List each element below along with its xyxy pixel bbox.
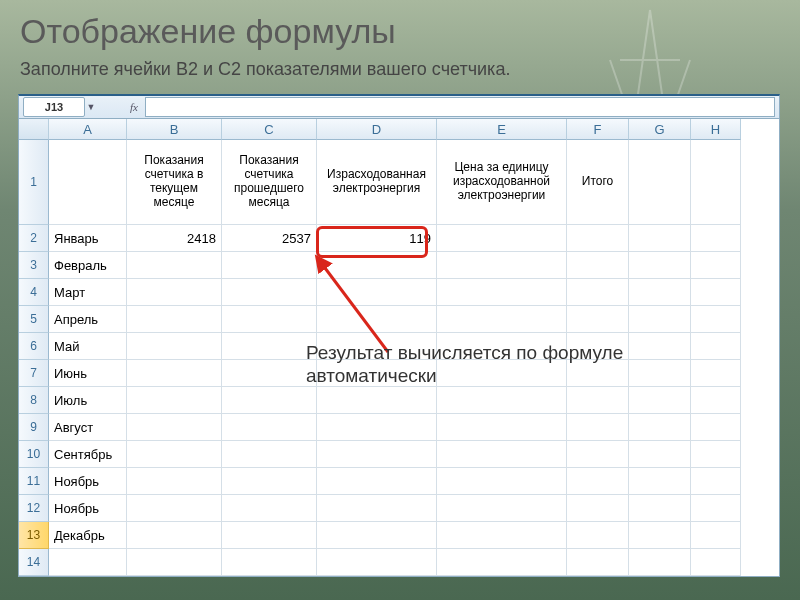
cell-C9[interactable]	[222, 414, 317, 441]
cell-F12[interactable]	[567, 495, 629, 522]
cell-D2[interactable]: 119	[317, 225, 437, 252]
cell-G3[interactable]	[629, 252, 691, 279]
cell-G4[interactable]	[629, 279, 691, 306]
cell-D3[interactable]	[317, 252, 437, 279]
row-header-5[interactable]: 5	[19, 306, 49, 333]
cell-E11[interactable]	[437, 468, 567, 495]
cell-C6[interactable]	[222, 333, 317, 360]
cell-B7[interactable]	[127, 360, 222, 387]
cell-E8[interactable]	[437, 387, 567, 414]
cell-H7[interactable]	[691, 360, 741, 387]
cell-G12[interactable]	[629, 495, 691, 522]
cell-E2[interactable]	[437, 225, 567, 252]
cell-B5[interactable]	[127, 306, 222, 333]
cell-H6[interactable]	[691, 333, 741, 360]
cell-G11[interactable]	[629, 468, 691, 495]
cell-H8[interactable]	[691, 387, 741, 414]
cell-G8[interactable]	[629, 387, 691, 414]
row-header-3[interactable]: 3	[19, 252, 49, 279]
fx-icon[interactable]: fx	[127, 101, 141, 113]
col-header-E[interactable]: E	[437, 119, 567, 140]
cell-G14[interactable]	[629, 549, 691, 576]
cell-C3[interactable]	[222, 252, 317, 279]
cell-E12[interactable]	[437, 495, 567, 522]
cell-B6[interactable]	[127, 333, 222, 360]
cell-D12[interactable]	[317, 495, 437, 522]
cell-G5[interactable]	[629, 306, 691, 333]
cell-H1[interactable]	[691, 140, 741, 225]
col-header-C[interactable]: C	[222, 119, 317, 140]
cell-B13[interactable]	[127, 522, 222, 549]
cell-C13[interactable]	[222, 522, 317, 549]
cell-B8[interactable]	[127, 387, 222, 414]
cell-F4[interactable]	[567, 279, 629, 306]
cell-E13[interactable]	[437, 522, 567, 549]
row-header-2[interactable]: 2	[19, 225, 49, 252]
cell-A6[interactable]: Май	[49, 333, 127, 360]
cell-B10[interactable]	[127, 441, 222, 468]
cell-E14[interactable]	[437, 549, 567, 576]
col-header-D[interactable]: D	[317, 119, 437, 140]
cell-D14[interactable]	[317, 549, 437, 576]
cell-C14[interactable]	[222, 549, 317, 576]
formula-input[interactable]	[145, 97, 775, 117]
cell-B11[interactable]	[127, 468, 222, 495]
cell-A14[interactable]	[49, 549, 127, 576]
cell-G9[interactable]	[629, 414, 691, 441]
cell-H5[interactable]	[691, 306, 741, 333]
cell-D11[interactable]	[317, 468, 437, 495]
cell-E1[interactable]: Цена за единицу израсходованной электроэ…	[437, 140, 567, 225]
cell-E4[interactable]	[437, 279, 567, 306]
cell-B2[interactable]: 2418	[127, 225, 222, 252]
cell-F8[interactable]	[567, 387, 629, 414]
cell-F10[interactable]	[567, 441, 629, 468]
cell-B3[interactable]	[127, 252, 222, 279]
cell-G1[interactable]	[629, 140, 691, 225]
cell-H12[interactable]	[691, 495, 741, 522]
cell-A10[interactable]: Сентябрь	[49, 441, 127, 468]
cell-C11[interactable]	[222, 468, 317, 495]
cell-E9[interactable]	[437, 414, 567, 441]
row-header-10[interactable]: 10	[19, 441, 49, 468]
row-header-4[interactable]: 4	[19, 279, 49, 306]
cell-C2[interactable]: 2537	[222, 225, 317, 252]
cell-C7[interactable]	[222, 360, 317, 387]
cell-E10[interactable]	[437, 441, 567, 468]
cell-F14[interactable]	[567, 549, 629, 576]
cell-H13[interactable]	[691, 522, 741, 549]
cell-C1[interactable]: Показания счетчика прошедшего месяца	[222, 140, 317, 225]
row-header-14[interactable]: 14	[19, 549, 49, 576]
cell-A5[interactable]: Апрель	[49, 306, 127, 333]
cell-H3[interactable]	[691, 252, 741, 279]
cell-D1[interactable]: Израсходованная электроэнергия	[317, 140, 437, 225]
cell-A13[interactable]: Декабрь	[49, 522, 127, 549]
row-header-8[interactable]: 8	[19, 387, 49, 414]
cell-A2[interactable]: Январь	[49, 225, 127, 252]
cell-G6[interactable]	[629, 333, 691, 360]
select-all-corner[interactable]	[19, 119, 49, 140]
row-header-9[interactable]: 9	[19, 414, 49, 441]
name-box[interactable]: J13	[23, 97, 85, 117]
cell-H4[interactable]	[691, 279, 741, 306]
cell-F1[interactable]: Итого	[567, 140, 629, 225]
cell-D10[interactable]	[317, 441, 437, 468]
cell-H14[interactable]	[691, 549, 741, 576]
cell-B4[interactable]	[127, 279, 222, 306]
col-header-A[interactable]: A	[49, 119, 127, 140]
cell-A1[interactable]	[49, 140, 127, 225]
cell-G7[interactable]	[629, 360, 691, 387]
cell-E3[interactable]	[437, 252, 567, 279]
cell-F9[interactable]	[567, 414, 629, 441]
cell-G10[interactable]	[629, 441, 691, 468]
cell-H10[interactable]	[691, 441, 741, 468]
cell-B12[interactable]	[127, 495, 222, 522]
cell-F13[interactable]	[567, 522, 629, 549]
row-header-11[interactable]: 11	[19, 468, 49, 495]
cell-A4[interactable]: Март	[49, 279, 127, 306]
cell-B9[interactable]	[127, 414, 222, 441]
cell-C4[interactable]	[222, 279, 317, 306]
cell-F3[interactable]	[567, 252, 629, 279]
cell-A7[interactable]: Июнь	[49, 360, 127, 387]
cell-A9[interactable]: Август	[49, 414, 127, 441]
row-header-6[interactable]: 6	[19, 333, 49, 360]
